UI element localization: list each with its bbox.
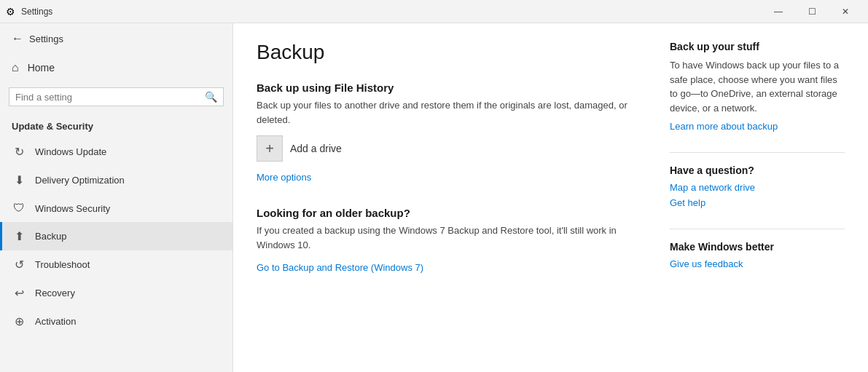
have-a-question-heading: Have a question? (670, 165, 845, 176)
search-icon: 🔍 (205, 91, 217, 103)
sidebar-item-troubleshoot[interactable]: ↺ Troubleshoot (0, 250, 232, 279)
settings-icon: ⚙ (6, 6, 15, 17)
older-backup-heading: Looking for an older backup? (257, 207, 641, 219)
sidebar-item-label: Activation (35, 316, 76, 327)
activation-icon: ⊕ (12, 314, 26, 328)
home-label: Home (28, 62, 55, 74)
sidebar-nav: ↻ Windows Update ⬇ Delivery Optimization… (0, 138, 232, 336)
sidebar-item-delivery-optimization[interactable]: ⬇ Delivery Optimization (0, 166, 232, 194)
troubleshoot-icon: ↺ (12, 258, 26, 272)
main-content: Backup Back up using File History Back u… (233, 23, 868, 372)
sidebar-item-windows-update[interactable]: ↻ Windows Update (0, 138, 232, 166)
get-help-link[interactable]: Get help (670, 197, 845, 208)
learn-more-backup-link[interactable]: Learn more about backup (670, 121, 845, 132)
back-label: Settings (29, 33, 63, 44)
goto-backup-restore-link[interactable]: Go to Backup and Restore (Windows 7) (257, 262, 423, 273)
sidebar-item-recovery[interactable]: ↩ Recovery (0, 279, 232, 307)
shield-icon: 🛡 (12, 202, 26, 215)
sidebar: ← Settings ⌂ Home 🔍 Update & Security ↻ … (0, 23, 233, 372)
app-body: ← Settings ⌂ Home 🔍 Update & Security ↻ … (0, 23, 868, 372)
minimize-button[interactable]: — (762, 0, 795, 23)
file-history-description: Back up your files to another drive and … (257, 98, 641, 127)
windows-update-icon: ↻ (12, 145, 26, 159)
add-drive-label: Add a drive (290, 143, 342, 154)
sidebar-item-label: Backup (35, 231, 66, 242)
titlebar-left: ⚙ Settings (6, 6, 52, 17)
more-options-link[interactable]: More options (257, 172, 311, 183)
right-panel: Back up your stuff To have Windows back … (670, 41, 845, 355)
sidebar-item-label: Windows Security (35, 203, 110, 214)
add-drive-button[interactable]: + Add a drive (257, 135, 641, 162)
titlebar-title: Settings (21, 7, 52, 17)
older-backup-section: Looking for an older backup? If you crea… (257, 207, 641, 274)
add-drive-icon: + (257, 135, 283, 162)
map-network-drive-link[interactable]: Map a network drive (670, 182, 845, 193)
back-navigation[interactable]: ← Settings (0, 23, 232, 54)
page-title: Backup (257, 41, 641, 64)
titlebar-controls: — ☐ ✕ (762, 0, 862, 23)
divider-2 (670, 229, 845, 229)
have-a-question-section: Have a question? Map a network drive Get… (670, 165, 845, 208)
home-nav-item[interactable]: ⌂ Home (0, 54, 232, 82)
older-backup-description: If you created a backup using the Window… (257, 223, 641, 252)
back-up-stuff-description: To have Windows back up your files to a … (670, 58, 845, 115)
recovery-icon: ↩ (12, 286, 26, 300)
give-us-feedback-link[interactable]: Give us feedback (670, 258, 845, 269)
file-history-section: Back up using File History Back up your … (257, 82, 641, 183)
close-button[interactable]: ✕ (829, 0, 862, 23)
make-windows-better-heading: Make Windows better (670, 241, 845, 253)
sidebar-item-label: Recovery (35, 288, 75, 298)
make-windows-better-section: Make Windows better Give us feedback (670, 241, 845, 269)
sidebar-item-activation[interactable]: ⊕ Activation (0, 307, 232, 336)
back-up-stuff-heading: Back up your stuff (670, 41, 845, 52)
file-history-heading: Back up using File History (257, 82, 641, 94)
sidebar-item-label: Delivery Optimization (35, 175, 125, 186)
home-icon: ⌂ (12, 61, 19, 74)
divider-1 (670, 152, 845, 153)
search-input[interactable] (15, 92, 205, 103)
sidebar-item-backup[interactable]: ⬆ Backup (0, 222, 232, 250)
backup-icon: ⬆ (12, 229, 26, 243)
sidebar-item-label: Troubleshoot (35, 259, 90, 270)
maximize-button[interactable]: ☐ (795, 0, 829, 23)
titlebar: ⚙ Settings — ☐ ✕ (0, 0, 868, 23)
section-title: Update & Security (0, 112, 232, 138)
back-up-stuff-section: Back up your stuff To have Windows back … (670, 41, 845, 132)
content-left: Backup Back up using File History Back u… (257, 41, 641, 355)
sidebar-item-label: Windows Update (35, 146, 106, 157)
delivery-optimization-icon: ⬇ (12, 173, 26, 187)
back-icon: ← (12, 32, 23, 45)
sidebar-item-windows-security[interactable]: 🛡 Windows Security (0, 194, 232, 222)
search-box[interactable]: 🔍 (9, 87, 224, 106)
